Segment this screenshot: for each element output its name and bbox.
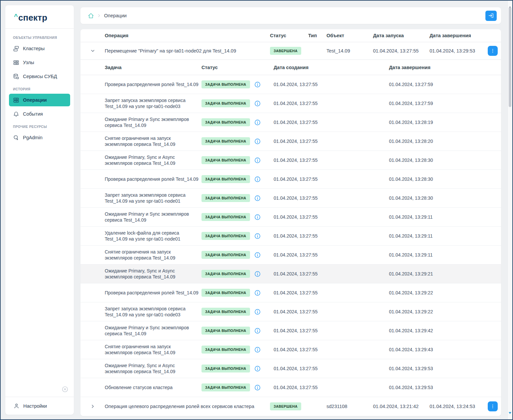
task-row[interactable]: Снятие ограничения на запуск экземпляров…	[80, 340, 501, 359]
operation-start: 01.04.2024, 13:27:55	[373, 48, 430, 53]
section-label-other: ПРОЧИЕ РЕСУРСЫ	[13, 125, 66, 129]
task-name: Запрет запуска экземпляров сервиса Test_…	[105, 189, 198, 207]
task-name: Обновление статусов кластера	[105, 381, 198, 393]
task-created: 01.04.2024, 13:27:55	[274, 82, 389, 87]
task-created: 01.04.2024, 13:27:55	[274, 158, 389, 163]
task-finished: 01.04.2024, 13:28:30	[389, 195, 501, 201]
task-status-badge: ЗАДАЧА ВЫПОЛНЕНА	[201, 383, 250, 391]
info-icon[interactable]	[254, 176, 261, 182]
task-name: Ожидание Primary и Sync экземпляров серв…	[105, 113, 198, 131]
database-services-icon	[13, 73, 19, 80]
task-row[interactable]: Запрет запуска экземпляров сервиса Test_…	[80, 302, 501, 321]
sidebar-item-label: Сервисы СУБД	[23, 74, 57, 79]
task-name: Запрет запуска экземпляров сервиса Test_…	[105, 303, 198, 321]
operation-row[interactable]: Операция целевого распределения ролей вс…	[80, 397, 501, 416]
task-row[interactable]: Снятие ограничения на запуск экземпляров…	[80, 246, 501, 264]
section-label-history: ИСТОРИЯ	[13, 87, 66, 91]
tasks-table-body: Проверка распределения ролей Test_14.09 …	[80, 75, 501, 397]
sidebar-item-label: События	[23, 111, 43, 117]
task-row[interactable]: Обновление статусов кластера ЗАДАЧА ВЫПО…	[80, 378, 501, 397]
info-icon[interactable]	[254, 252, 261, 258]
task-row[interactable]: Ожидание Primary и Sync экземпляров серв…	[80, 208, 501, 227]
operation-end: 01.04.2024, 13:29:53	[430, 48, 484, 53]
tasks-table-header: Задача Статус Дата создания Дата заверше…	[80, 60, 501, 75]
info-icon[interactable]	[254, 271, 261, 277]
scroll-up-button[interactable]	[508, 1, 512, 6]
task-name: Снятие ограничения на запуск экземпляров…	[105, 341, 198, 359]
sidebar-item-nodes[interactable]: Узлы	[9, 56, 70, 69]
task-name: Ожидание Primary, Sync и Async экземпляр…	[105, 265, 198, 283]
task-row[interactable]: Проверка распределения ролей Test_14.09 …	[80, 283, 501, 302]
row-menu-button[interactable]	[488, 46, 498, 56]
task-finished: 01.04.2024, 13:29:21	[389, 271, 501, 276]
logout-button[interactable]	[485, 11, 497, 21]
info-icon[interactable]	[254, 366, 261, 372]
pgadmin-elephant-icon	[13, 135, 19, 141]
task-created: 01.04.2024, 13:27:55	[274, 347, 389, 352]
info-icon[interactable]	[254, 347, 261, 353]
task-row[interactable]: Запрет запуска экземпляров сервиса Test_…	[80, 94, 501, 113]
collapse-sidebar-button[interactable]	[62, 386, 68, 393]
operation-row[interactable]: Перемещение "Primary" на spr-ta01-node02…	[80, 42, 501, 60]
task-created: 01.04.2024, 13:27:55	[274, 328, 389, 333]
scroll-down-button[interactable]	[508, 414, 512, 419]
info-icon[interactable]	[254, 195, 261, 201]
info-icon[interactable]	[254, 309, 261, 315]
task-row[interactable]: Запрет запуска экземпляров сервиса Test_…	[80, 189, 501, 208]
task-status-badge: ЗАДАЧА ВЫПОЛНЕНА	[201, 213, 250, 221]
vertical-scrollbar[interactable]	[507, 1, 512, 419]
info-icon[interactable]	[254, 384, 261, 391]
task-status-badge: ЗАДАЧА ВЫПОЛНЕНА	[201, 289, 250, 297]
task-finished: 01.04.2024, 13:28:30	[389, 176, 501, 182]
task-row[interactable]: Снятие ограничения на запуск экземпляров…	[80, 132, 501, 151]
info-icon[interactable]	[254, 119, 261, 126]
operation-end: 01.04.2024, 13:24:53	[430, 404, 484, 409]
info-icon[interactable]	[254, 290, 261, 296]
task-status-badge: ЗАДАЧА ВЫПОЛНЕНА	[201, 232, 250, 240]
sidebar-item-clusters[interactable]: Кластеры	[9, 42, 70, 55]
task-created: 01.04.2024, 13:27:55	[274, 176, 389, 182]
info-icon[interactable]	[254, 214, 261, 220]
task-status-badge: ЗАДАЧА ВЫПОЛНЕНА	[201, 346, 250, 354]
info-icon[interactable]	[254, 100, 261, 107]
task-row[interactable]: Проверка распределения ролей Test_14.09 …	[80, 75, 501, 94]
task-row[interactable]: Удаление lock-файла для сервиса Test_14.…	[80, 227, 501, 246]
info-icon[interactable]	[254, 138, 261, 145]
info-icon[interactable]	[254, 81, 261, 88]
home-icon[interactable]	[88, 13, 94, 19]
operation-object: sd231108	[326, 404, 373, 409]
row-menu-button[interactable]	[488, 401, 498, 411]
section-label-objects: ОБЪЕКТЫ УПРАВЛЕНИЯ	[13, 36, 66, 40]
task-row[interactable]: Ожидание Primary, Sync и Async экземпляр…	[80, 359, 501, 378]
info-icon[interactable]	[254, 328, 261, 334]
logo-caret-icon: ^	[14, 13, 18, 20]
sidebar-item-pgadmin[interactable]: PgAdmin	[9, 131, 70, 144]
settings-label[interactable]: Настройки	[23, 403, 47, 409]
task-created: 01.04.2024, 13:27:55	[274, 120, 389, 125]
status-badge: ЗАВЕРШЕНА	[270, 402, 301, 410]
task-row[interactable]: Ожидание Primary, Sync и Async экземпляр…	[80, 151, 501, 170]
task-row[interactable]: Ожидание Primary и Sync экземпляров серв…	[80, 113, 501, 132]
info-icon[interactable]	[254, 157, 261, 163]
sidebar-item-events[interactable]: События	[9, 108, 70, 120]
operation-start: 01.04.2024, 13:21:42	[373, 404, 430, 409]
task-row[interactable]: Ожидание Primary, Sync и Async экземпляр…	[80, 264, 501, 283]
task-name: Ожидание Primary, Sync и Async экземпляр…	[105, 151, 198, 169]
task-finished: 01.04.2024, 13:29:11	[389, 214, 501, 220]
task-row[interactable]: Проверка распределения ролей Test_14.09 …	[80, 170, 501, 189]
sidebar-nav: ОБЪЕКТЫ УПРАВЛЕНИЯ Кластеры Узлы Сервисы…	[5, 29, 74, 397]
sidebar-item-label: Операции	[23, 97, 47, 103]
info-icon[interactable]	[254, 233, 261, 239]
scrollbar-thumb[interactable]	[509, 7, 511, 107]
task-row[interactable]: Ожидание Primary и Sync экземпляров серв…	[80, 321, 501, 340]
task-name: Ожидание Primary, Sync и Async экземпляр…	[105, 360, 198, 377]
sidebar-item-operations[interactable]: Операции	[9, 94, 70, 106]
chevron-right-icon[interactable]	[90, 404, 95, 409]
task-created: 01.04.2024, 13:27:55	[274, 214, 389, 220]
task-created: 01.04.2024, 13:27:55	[274, 366, 389, 371]
chevron-down-icon[interactable]	[90, 48, 95, 53]
task-finished: 01.04.2024, 13:29:11	[389, 252, 501, 258]
task-status-badge: ЗАДАЧА ВЫПОЛНЕНА	[201, 327, 250, 335]
sidebar-item-db-services[interactable]: Сервисы СУБД	[9, 70, 70, 83]
task-finished: 01.04.2024, 13:29:53	[389, 366, 501, 371]
